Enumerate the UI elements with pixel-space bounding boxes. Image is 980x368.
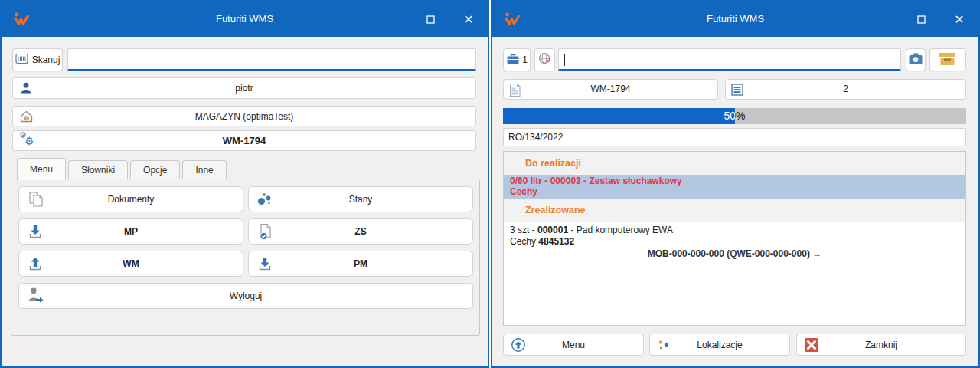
- wm-button[interactable]: WM: [18, 251, 243, 277]
- tab-slowniki[interactable]: Słowniki: [68, 160, 128, 179]
- circle-up-arrow-icon: [511, 337, 526, 353]
- done-line-location: MOB-000-000-000 (QWE-000-000-000) →: [510, 248, 959, 260]
- scan-input[interactable]: [558, 48, 901, 71]
- titlebar[interactable]: Futuriti WMS ✕: [492, 2, 978, 37]
- logout-icon: [27, 286, 45, 306]
- doc-check-icon: [256, 222, 275, 241]
- line-count-field[interactable]: 2: [725, 79, 966, 100]
- text-caret: [564, 54, 565, 66]
- warehouse-value: MAGAZYN (optimaTest): [13, 111, 475, 122]
- stany-label: Stany: [249, 194, 472, 205]
- user-icon: [19, 81, 33, 95]
- done-line-attrs: Cechy 4845132: [510, 236, 959, 248]
- camera-icon: [908, 52, 923, 67]
- mp-button[interactable]: MP: [18, 219, 243, 245]
- close-icon[interactable]: ✕: [451, 2, 486, 37]
- order-reference-field[interactable]: RO/134/2022: [503, 128, 966, 146]
- zs-label: ZS: [249, 226, 472, 237]
- zamknij-button-label: Zamknij: [797, 340, 965, 350]
- logged-user-row[interactable]: piotr: [12, 77, 476, 99]
- archive-box-button[interactable]: [929, 48, 966, 71]
- document-number-row[interactable]: ⚙⚙ WM-1794: [12, 130, 476, 151]
- home-icon: [19, 110, 34, 123]
- document-number-value: WM-1794: [504, 80, 717, 99]
- window-document: Futuriti WMS ✕ 1: [491, 0, 980, 368]
- warehouse-row[interactable]: MAGAZYN (optimaTest): [12, 106, 476, 127]
- briefcase-counter-button[interactable]: 1: [503, 48, 531, 71]
- tab-opcje[interactable]: Opcje: [130, 160, 180, 179]
- tab-inne[interactable]: Inne: [182, 160, 226, 179]
- wyloguj-label: Wyloguj: [19, 291, 472, 301]
- scan-input[interactable]: [67, 48, 476, 71]
- document-lines-list: Do realizacji 0/60 litr - 000003 - Zesta…: [503, 151, 966, 326]
- logged-user-value: piotr: [13, 83, 475, 94]
- barcode-icon: [15, 53, 28, 67]
- scan-button[interactable]: Skanuj: [12, 48, 63, 71]
- briefcase-icon: [506, 53, 520, 67]
- red-x-icon: [804, 337, 819, 353]
- pm-label: PM: [249, 258, 472, 269]
- maximize-icon[interactable]: [413, 2, 448, 37]
- gears-icon: ⚙⚙: [19, 133, 34, 149]
- document-number-field[interactable]: WM-1794: [503, 79, 718, 100]
- menu-panel: Dokumenty Stany: [11, 179, 480, 336]
- done-section-header: Zrealizowane: [504, 199, 965, 222]
- close-icon[interactable]: ✕: [942, 2, 977, 37]
- dokumenty-button[interactable]: Dokumenty: [18, 186, 243, 212]
- progress-bar: 50% 50%: [503, 108, 966, 124]
- archive-box-icon: [938, 51, 958, 69]
- dokumenty-label: Dokumenty: [19, 194, 243, 205]
- progress-fill: 50%: [503, 108, 735, 124]
- app-stage: Futuriti WMS ✕ Skanuj: [0, 0, 980, 368]
- stock-dots-icon: [256, 192, 273, 207]
- zs-button[interactable]: ZS: [248, 219, 473, 245]
- briefcase-count: 1: [522, 54, 528, 65]
- selected-line-text: 0/60 litr - 000003 - Zestaw słuchawkowy: [510, 176, 959, 187]
- tab-bar: Menu Słowniki Opcje Inne: [17, 157, 227, 179]
- pm-button[interactable]: PM: [248, 251, 473, 277]
- locations-dots-icon: [657, 338, 671, 352]
- camera-button[interactable]: [906, 48, 926, 71]
- stany-button[interactable]: Stany: [248, 186, 473, 212]
- wyloguj-button[interactable]: Wyloguj: [18, 283, 473, 309]
- arrow-down-tray-icon: [256, 255, 273, 272]
- doc-lines-icon: [508, 83, 521, 100]
- documents-icon: [27, 190, 45, 209]
- lokalizacje-button[interactable]: Lokalizacje: [649, 334, 790, 356]
- wm-label: WM: [19, 258, 243, 269]
- maximize-icon[interactable]: [903, 2, 939, 37]
- selected-line-attrs: Cechy: [510, 187, 959, 198]
- scan-button-label: Skanuj: [32, 54, 60, 65]
- text-caret: [74, 54, 74, 66]
- document-number-value: WM-1794: [13, 135, 475, 146]
- globe-location-button[interactable]: [534, 48, 555, 71]
- titlebar[interactable]: Futuriti WMS ✕: [2, 2, 488, 37]
- globe-pin-icon: [537, 51, 553, 69]
- selected-line-item[interactable]: 0/60 litr - 000003 - Zestaw słuchawkowy …: [504, 175, 965, 199]
- arrow-down-tray-icon: [27, 223, 44, 240]
- done-line-item[interactable]: 3 szt - 000001 - Pad komputerowy EWA Cec…: [504, 222, 965, 260]
- pending-section-header: Do realizacji: [504, 152, 965, 175]
- arrow-up-tray-icon: [27, 255, 44, 272]
- zamknij-button[interactable]: Zamknij: [796, 334, 966, 356]
- window-main-menu: Futuriti WMS ✕ Skanuj: [0, 0, 489, 368]
- done-line-text: 3 szt - 000001 - Pad komputerowy EWA: [510, 225, 959, 236]
- menu-button[interactable]: Menu: [503, 334, 644, 356]
- tab-menu[interactable]: Menu: [17, 158, 66, 180]
- line-count-value: 2: [726, 80, 965, 99]
- list-lines-icon: [730, 83, 744, 100]
- lokalizacje-button-label: Lokalizacje: [650, 340, 789, 350]
- mp-label: MP: [19, 226, 243, 237]
